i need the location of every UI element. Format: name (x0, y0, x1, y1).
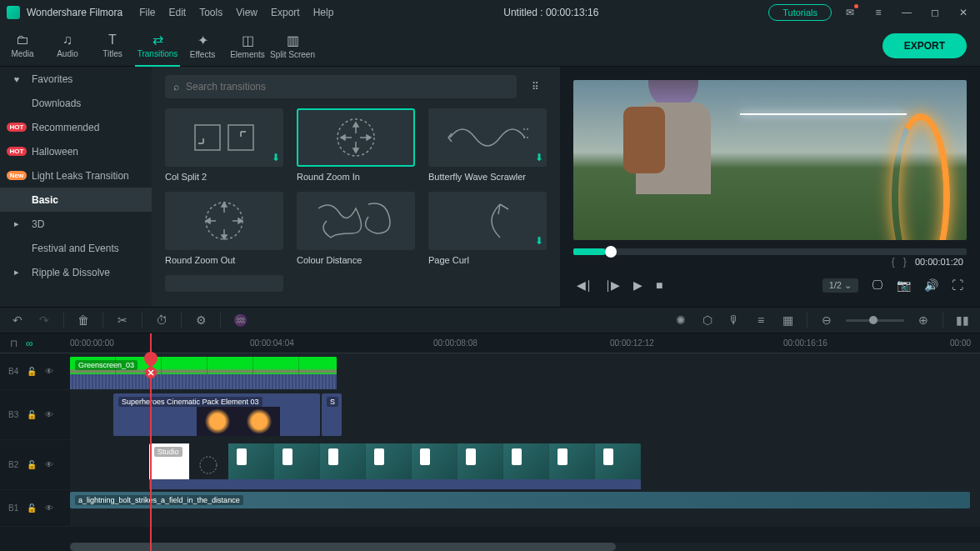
sidebar-item-halloween[interactable]: HOTHalloween (0, 139, 152, 163)
tab-transitions[interactable]: ⇄Transitions (135, 25, 180, 67)
sidebar-item-3d[interactable]: ▸3D (0, 212, 152, 236)
sidebar-item-festival[interactable]: Festival and Events (0, 236, 152, 260)
fullscreen-icon[interactable]: ⛶ (952, 278, 963, 292)
sidebar-item-light-leaks[interactable]: NewLight Leaks Transition (0, 163, 152, 188)
export-button[interactable]: EXPORT (882, 33, 967, 58)
thumb-butterfly-wave[interactable]: ⬇ (428, 108, 547, 167)
mark-in-icon[interactable]: { (892, 256, 895, 268)
tab-audio[interactable]: ♫Audio (45, 25, 90, 67)
transport-controls: ◀∣ ∣▶ ▶ ■ 1/2 ⌄ 🖵 📷 🔊 ⛶ (573, 270, 967, 300)
menu-icon[interactable]: ≡ (868, 3, 888, 23)
clip-audio-strip (149, 479, 641, 489)
mail-icon[interactable]: ✉ (840, 3, 860, 23)
transitions-icon: ⇄ (152, 32, 163, 48)
menu-edit[interactable]: Edit (169, 7, 187, 18)
tab-split-screen[interactable]: ▥Split Screen (270, 25, 315, 67)
sidebar-item-ripple[interactable]: ▸Ripple & Dissolve (0, 260, 152, 284)
play-controls: { } 00:00:01:20 (573, 253, 967, 270)
eye-icon[interactable]: 👁 (45, 503, 53, 513)
thumb-page-curl[interactable]: ⬇ (428, 192, 547, 250)
zoom-slider[interactable] (846, 319, 904, 322)
lock-icon[interactable]: 🔓 (27, 460, 37, 469)
clip-lightning[interactable]: a_lightning_bolt_strikes_a_field_in_the_… (70, 492, 970, 508)
search-input[interactable] (186, 81, 508, 93)
preview-viewport[interactable] (573, 80, 967, 240)
eye-icon[interactable]: 👁 (45, 367, 53, 376)
split-button[interactable]: ✂ (115, 313, 130, 327)
tutorials-button[interactable]: Tutorials (768, 4, 832, 21)
stop-button[interactable]: ■ (656, 278, 662, 292)
zoom-out-button[interactable]: ⊖ (819, 313, 834, 327)
close-button[interactable]: ✕ (953, 3, 973, 23)
timeline-scrollbar[interactable] (70, 543, 980, 551)
sidebar-item-basic[interactable]: Basic (0, 188, 152, 212)
clip-superheroes[interactable]: Superheroes Cinematic Pack Element 03 (113, 393, 320, 436)
menu-file[interactable]: File (139, 7, 155, 18)
timeline-toolbar: ↶ ↷ 🗑 ✂ ⏱ ⚙ ♒ ✺ ⬡ 🎙 ≡ ▦ ⊖ ⊕ ▮▮ (0, 307, 980, 333)
svg-point-5 (200, 457, 217, 473)
ruler-mark: 00:00:04:04 (250, 338, 294, 348)
zoom-fraction[interactable]: 1/2 ⌄ (822, 278, 858, 293)
adjust-button[interactable]: ⚙ (193, 313, 208, 327)
thumb-round-zoom-out[interactable] (165, 192, 283, 250)
lock-icon[interactable]: 🔓 (27, 367, 37, 376)
play-button[interactable]: ▶ (633, 278, 642, 292)
redo-button[interactable]: ↷ (37, 313, 52, 327)
mark-out-icon[interactable]: } (903, 256, 907, 268)
thumb-label: Colour Distance (297, 255, 415, 265)
svg-rect-1 (228, 125, 253, 150)
music-icon: ♫ (62, 33, 72, 48)
mixer-button[interactable]: ≡ (753, 313, 768, 327)
hot-badge: HOT (7, 147, 28, 156)
sidebar-item-favorites[interactable]: ♥Favorites (0, 67, 152, 91)
grid-view-button[interactable]: ⠿ (523, 75, 547, 98)
timeline-ruler[interactable]: ⊓∞ 00:00:00:00 00:00:04:04 00:00:08:08 0… (0, 333, 980, 353)
quality-icon[interactable]: 🖵 (872, 278, 883, 292)
audio-button[interactable]: ♒ (232, 313, 248, 327)
minimize-button[interactable]: — (897, 3, 917, 23)
zoom-in-button[interactable]: ⊕ (916, 313, 931, 327)
thumb-round-zoom-in[interactable] (297, 108, 415, 167)
playhead[interactable] (150, 333, 152, 551)
clip-superheroes-2[interactable]: S (322, 393, 342, 436)
split-icon: ▥ (287, 33, 299, 48)
preview-scrubber[interactable] (573, 248, 967, 255)
menu-tools[interactable]: Tools (199, 7, 222, 18)
lock-icon[interactable]: 🔓 (27, 410, 37, 419)
tab-elements[interactable]: ◫Elements (225, 25, 270, 67)
thumb-label: Page Curl (428, 255, 547, 265)
meter-icon[interactable]: ▮▮ (955, 313, 970, 327)
undo-button[interactable]: ↶ (10, 313, 25, 327)
link-icon[interactable]: ∞ (26, 338, 33, 349)
track-b1: B1🔓👁 a_lightning_bolt_strikes_a_field_in… (0, 490, 980, 527)
maximize-button[interactable]: ◻ (925, 3, 945, 23)
sidebar-item-recommended[interactable]: HOTRecommended (0, 115, 152, 139)
thumb-colour-distance[interactable] (297, 192, 415, 250)
tab-effects[interactable]: ✦Effects (180, 25, 225, 67)
thumb-more[interactable] (165, 275, 283, 292)
delete-button[interactable]: 🗑 (76, 313, 91, 327)
lock-icon[interactable]: 🔓 (27, 503, 37, 513)
prev-frame-button[interactable]: ◀∣ (577, 278, 592, 292)
ruler-mark: 00:00:00:00 (70, 338, 114, 348)
record-button[interactable]: 🎙 (727, 313, 742, 327)
next-frame-button[interactable]: ∣▶ (605, 278, 620, 292)
search-box[interactable]: ⌕ (165, 75, 517, 98)
eye-icon[interactable]: 👁 (45, 460, 53, 469)
view-button[interactable]: ▦ (780, 313, 795, 327)
tab-media[interactable]: 🗀Media (0, 25, 45, 67)
tab-titles[interactable]: TTitles (90, 25, 135, 67)
sidebar-item-downloads[interactable]: Downloads (0, 91, 152, 115)
render-button[interactable]: ✺ (673, 313, 688, 327)
speed-button[interactable]: ⏱ (154, 313, 169, 327)
menu-help[interactable]: Help (313, 7, 334, 18)
download-icon: ⬇ (272, 152, 280, 163)
magnet-icon[interactable]: ⊓ (10, 338, 18, 349)
volume-icon[interactable]: 🔊 (924, 278, 938, 292)
snapshot-icon[interactable]: 📷 (897, 278, 911, 292)
thumb-col-split-2[interactable]: ⬇ (165, 108, 283, 167)
menu-export[interactable]: Export (271, 7, 300, 18)
menu-view[interactable]: View (236, 7, 258, 18)
marker-button[interactable]: ⬡ (700, 313, 715, 327)
eye-icon[interactable]: 👁 (45, 410, 53, 419)
